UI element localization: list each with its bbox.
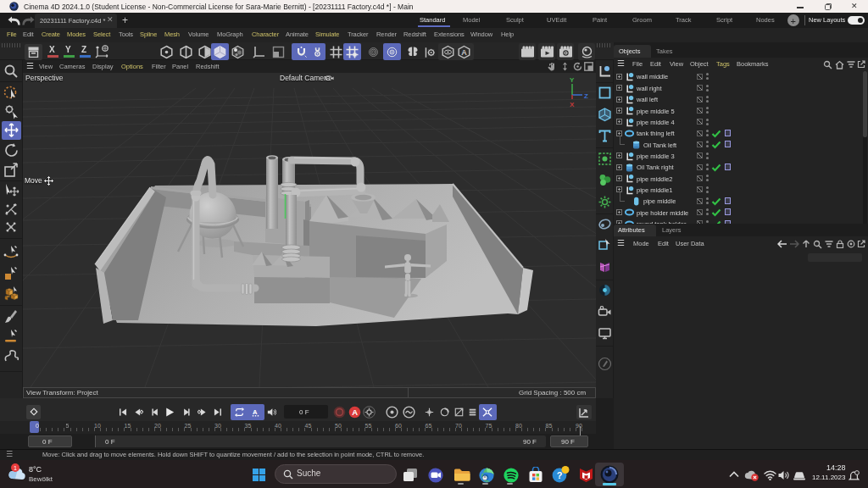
svg-text:Y: Y bbox=[570, 76, 575, 84]
svg-text:A: A bbox=[461, 48, 467, 57]
svg-text:?: ? bbox=[557, 470, 563, 480]
svg-text:A: A bbox=[253, 408, 258, 416]
svg-text:Z: Z bbox=[584, 92, 588, 100]
svg-text:A: A bbox=[352, 408, 358, 417]
svg-text:X: X bbox=[570, 101, 575, 108]
